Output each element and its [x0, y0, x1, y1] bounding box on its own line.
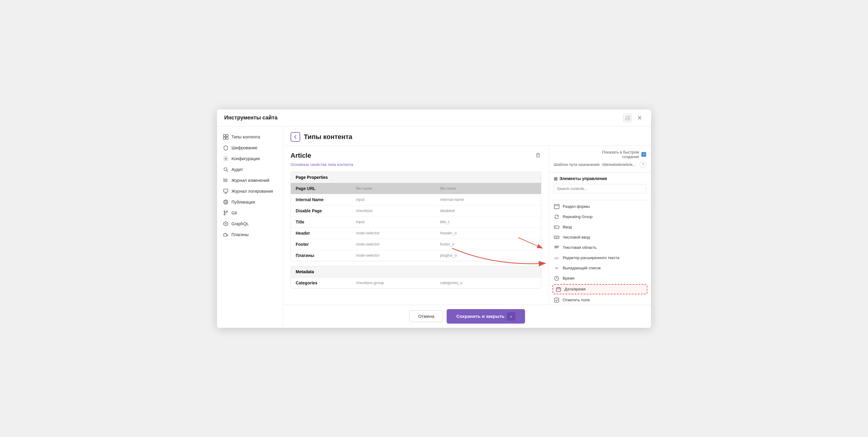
control-label: Отметить поле: [563, 298, 590, 302]
row-name: Title: [296, 220, 356, 224]
svg-point-4: [225, 158, 227, 159]
title-bar: Инструменты сайта ⬜ ✕: [217, 110, 651, 127]
form-section-icon: [554, 204, 560, 210]
table-row[interactable]: Disable Page checkbox disabled: [291, 205, 541, 216]
git-icon: [223, 210, 228, 216]
path-row: Шаблон пути назначения /site/website/art…: [554, 162, 646, 168]
control-label: Время: [563, 276, 575, 281]
control-label: Раздел формы: [563, 204, 590, 209]
control-item-datetime[interactable]: Дата/время: [553, 284, 647, 294]
article-subtitle[interactable]: Основные свойства типа контента: [290, 162, 541, 167]
cancel-button[interactable]: Отмена: [409, 310, 443, 322]
control-item-rte[interactable]: </> Редактор расширенного текста: [554, 253, 646, 263]
table-row[interactable]: Плагины node-selector plugins_o: [291, 250, 541, 261]
sidebar-label-publication: Публикация: [231, 200, 255, 204]
sidebar-item-log[interactable]: Журнал логирования: [217, 186, 283, 197]
sidebar-item-graphql[interactable]: GraphQL: [217, 218, 283, 229]
control-item-checkbox[interactable]: Отметить поле: [554, 295, 646, 304]
path-help-button[interactable]: ?: [640, 162, 646, 168]
row-type: input: [356, 197, 440, 202]
row-field: disabled: [440, 208, 524, 213]
metadata-header: Metadata: [291, 266, 541, 278]
sidebar-item-git[interactable]: Git: [217, 207, 283, 218]
table-row[interactable]: Title input title_t: [291, 216, 541, 228]
svg-text:</>: </>: [554, 257, 559, 260]
control-item-numeric[interactable]: Числовой ввод: [554, 232, 646, 242]
article-title: Article: [290, 152, 311, 159]
content-area: Типы контента Article Основные свойства …: [283, 127, 651, 328]
controls-title-label: Элементы управления: [559, 176, 607, 181]
sidebar-item-changelog[interactable]: Журнал изменений: [217, 175, 283, 186]
control-item-time[interactable]: Время: [554, 273, 646, 284]
input-icon: [554, 224, 560, 230]
list-icon: [223, 178, 228, 183]
page-properties-table: Page Properties Page URL file-name file-…: [290, 172, 541, 261]
control-item-form-section[interactable]: Раздел формы: [554, 201, 646, 212]
show-quick-checkbox[interactable]: ✓: [641, 152, 646, 157]
svg-rect-12: [223, 181, 224, 181]
sidebar-item-publication[interactable]: Публикация: [217, 197, 283, 207]
row-field: file-name: [440, 186, 524, 191]
control-item-textarea[interactable]: Текстовая область: [554, 242, 646, 253]
controls-title: ▦ Элементы управления: [554, 176, 646, 181]
svg-rect-31: [554, 204, 559, 209]
metadata-table: Metadata Categories checkbox-group categ…: [290, 266, 541, 289]
control-label: Выпадающий список: [563, 266, 601, 270]
row-name: Categories: [296, 281, 356, 285]
row-field: internal-name: [440, 197, 524, 202]
save-button[interactable]: Сохранить и закрыть ›: [447, 309, 525, 324]
svg-rect-10: [223, 178, 224, 179]
sidebar: Типы контента Шифрование Конфигурация Ау…: [217, 127, 283, 328]
control-item-dropdown[interactable]: Выпадающий список: [554, 263, 646, 273]
footer-bar: Отмена Сохранить и закрыть ›: [283, 304, 651, 328]
sidebar-label-log: Журнал логирования: [231, 189, 273, 194]
row-field: plugins_o: [440, 253, 524, 258]
path-value: /site/website/articles/{year}/{...: [602, 163, 637, 167]
svg-point-17: [224, 211, 225, 212]
search-controls-input[interactable]: [554, 184, 646, 193]
sidebar-item-plugins[interactable]: Плагины: [217, 229, 283, 240]
table-row[interactable]: Internal Name input internal-name: [291, 194, 541, 205]
show-quick-label: Показать в быстром создании: [596, 150, 639, 159]
sidebar-item-configuration[interactable]: Конфигурация: [217, 153, 283, 164]
control-item-repeating-group[interactable]: Repeating Group: [554, 212, 646, 222]
minimize-button[interactable]: ⬜: [623, 114, 632, 122]
control-label: Числовой ввод: [563, 235, 590, 239]
table-row[interactable]: Footer node-selector footer_o: [291, 239, 541, 250]
table-row[interactable]: Header node-selector header_o: [291, 228, 541, 239]
main-window: Инструменты сайта ⬜ ✕ Типы контента Шифр…: [217, 110, 651, 328]
gear-icon: [223, 156, 228, 162]
table-row[interactable]: Page URL file-name file-name: [291, 183, 541, 194]
svg-point-18: [226, 211, 227, 212]
page-properties-header: Page Properties: [291, 172, 541, 183]
sidebar-item-content-types[interactable]: Типы контента: [217, 132, 283, 142]
content-header: Типы контента: [283, 127, 651, 146]
repeat-icon: [554, 214, 560, 220]
close-button[interactable]: ✕: [635, 114, 644, 122]
row-type: file-name: [356, 186, 440, 191]
svg-line-42: [557, 279, 558, 279]
window-title: Инструменты сайта: [224, 115, 278, 121]
right-panel: Показать в быстром создании ✓ Шаблон пут…: [549, 146, 651, 304]
control-label: Repeating Group: [563, 214, 592, 219]
rte-icon: </>: [554, 255, 560, 261]
row-type: checkbox: [356, 208, 440, 213]
sidebar-item-encryption[interactable]: Шифрование: [217, 142, 283, 153]
content-body: Article Основные свойства типа контента …: [283, 146, 651, 304]
numeric-icon: [554, 234, 560, 240]
row-type: node-selector: [356, 231, 440, 235]
sidebar-item-audit[interactable]: Аудит: [217, 164, 283, 175]
back-button[interactable]: [290, 132, 300, 142]
row-field: footer_o: [440, 242, 524, 246]
row-type: node-selector: [356, 253, 440, 258]
page-title: Типы контента: [304, 133, 352, 141]
dropdown-icon: [554, 265, 560, 271]
controls-section: ▦ Элементы управления: [549, 173, 651, 200]
table-row[interactable]: Categories checkbox-group categories_o: [291, 278, 541, 288]
control-item-input[interactable]: Ввод: [554, 222, 646, 232]
row-name: Header: [296, 231, 356, 236]
sidebar-label-graphql: GraphQL: [231, 221, 249, 226]
delete-button[interactable]: [535, 152, 541, 160]
row-type: node-selector: [356, 242, 440, 246]
row-name: Плагины: [296, 253, 356, 258]
